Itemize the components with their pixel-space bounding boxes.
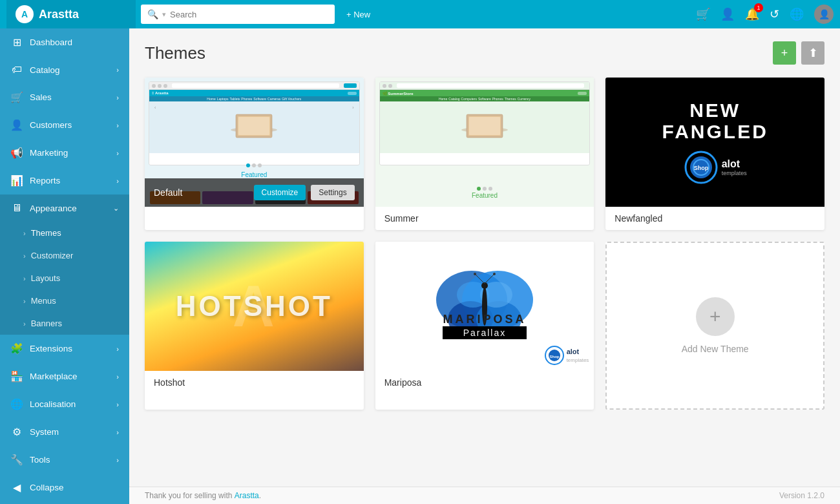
- default-theme-actions: Default Customize Settings: [145, 178, 364, 207]
- search-dropdown-icon[interactable]: ▾: [162, 10, 166, 19]
- sales-icon: 🛒: [10, 91, 23, 103]
- sidebar-label-sales: Sales: [30, 92, 52, 102]
- sidebar-item-system[interactable]: ⚙ System ›: [0, 418, 129, 446]
- appearance-arrow: ⌄: [113, 204, 119, 213]
- theme-image-newfangled: NEWFANGLED Shop: [605, 78, 824, 207]
- theme-image-default: ≡ Arastta HomeLaptopsTabletsPhonesSoftwa…: [145, 78, 364, 207]
- marketing-icon: 📢: [10, 147, 23, 159]
- reports-arrow: ›: [116, 177, 119, 185]
- sidebar-item-catalog[interactable]: 🏷 Catalog ›: [0, 56, 129, 83]
- content-header: Themes + ⬆: [145, 41, 824, 65]
- newfangled-theme-name: Newfangled: [614, 213, 662, 224]
- sidebar-label-marketplace: Marketplace: [30, 372, 78, 381]
- sidebar-label-system: System: [30, 427, 59, 437]
- catalog-arrow: ›: [116, 66, 119, 74]
- sidebar-item-sales[interactable]: 🛒 Sales ›: [0, 83, 129, 111]
- tools-arrow: ›: [116, 456, 119, 464]
- sidebar-item-marketing[interactable]: 📢 Marketing ›: [0, 139, 129, 167]
- catalog-icon: 🏷: [10, 64, 23, 76]
- theme-card-default: ≡ Arastta HomeLaptopsTabletsPhonesSoftwa…: [145, 78, 364, 230]
- sidebar-item-collapse[interactable]: ◀ Collapse: [0, 474, 129, 501]
- footer: Thank you for selling with Arastta. Vers…: [129, 487, 840, 504]
- localisation-icon: 🌐: [10, 398, 23, 410]
- sidebar-sub-label-menus: Menus: [31, 296, 56, 306]
- search-icon: 🔍: [147, 9, 158, 19]
- sidebar-sub-label-banners: Banners: [31, 319, 62, 328]
- layouts-sub-arrow: ›: [23, 275, 26, 282]
- summer-theme-footer: Summer: [375, 207, 594, 230]
- sidebar-sub-label-themes: Themes: [31, 228, 61, 238]
- mariposa-theme-footer: Mariposa: [375, 371, 594, 394]
- new-button[interactable]: + New: [340, 10, 377, 19]
- sidebar-sub-banners[interactable]: › Banners: [0, 312, 129, 335]
- sidebar-item-marketplace[interactable]: 🏪 Marketplace ›: [0, 362, 129, 390]
- customers-icon: 👤: [10, 119, 23, 131]
- topbar: A Arastta 🔍 ▾ + New 🛒 👤 🔔 1 ↺ 🌐 👤: [0, 0, 840, 28]
- sales-arrow: ›: [116, 94, 119, 101]
- sidebar-sub-themes[interactable]: › Themes: [0, 222, 129, 244]
- sidebar-sub-label-customizer: Customizer: [31, 251, 74, 260]
- sidebar-sub-menus[interactable]: › Menus: [0, 289, 129, 312]
- default-settings-button[interactable]: Settings: [311, 185, 354, 200]
- sidebar-sub-layouts[interactable]: › Layouts: [0, 267, 129, 289]
- extensions-arrow: ›: [116, 345, 119, 353]
- default-theme-overlay-name: Default: [154, 187, 249, 198]
- theme-image-hotshot: A HOTSHOT: [145, 242, 364, 371]
- sidebar-item-appearance[interactable]: 🖥 Appearance ⌄: [0, 194, 129, 222]
- banners-sub-arrow: ›: [23, 320, 26, 328]
- sidebar-label-catalog: Catalog: [30, 65, 60, 75]
- theme-card-mariposa: MARIPOSA Parallax Shop alottempla: [375, 242, 594, 410]
- sidebar-item-reports[interactable]: 📊 Reports ›: [0, 167, 129, 194]
- notification-badge: 1: [754, 3, 763, 12]
- footer-link[interactable]: Arastta: [235, 491, 259, 500]
- sidebar-item-customers[interactable]: 👤 Customers ›: [0, 111, 129, 139]
- cart-icon[interactable]: 🛒: [696, 7, 710, 21]
- reports-icon: 📊: [10, 174, 23, 187]
- sidebar-item-localisation[interactable]: 🌐 Localisation ›: [0, 390, 129, 418]
- newfangled-theme-footer: Newfangled: [605, 207, 824, 230]
- upload-button[interactable]: ⬆: [801, 41, 824, 65]
- customers-arrow: ›: [116, 121, 119, 129]
- sidebar-item-tools[interactable]: 🔧 Tools ›: [0, 446, 129, 474]
- sidebar-label-customers: Customers: [30, 120, 72, 130]
- system-icon: ⚙: [10, 426, 23, 438]
- theme-image-mariposa: MARIPOSA Parallax Shop alottempla: [375, 242, 594, 371]
- system-arrow: ›: [116, 428, 119, 436]
- main-layout: ⊞ Dashboard 🏷 Catalog › 🛒 Sales › 👤 Cust…: [0, 28, 840, 504]
- sidebar-label-dashboard: Dashboard: [30, 37, 72, 47]
- refresh-icon[interactable]: ↺: [770, 7, 779, 21]
- default-customize-button[interactable]: Customize: [254, 185, 306, 200]
- app-logo[interactable]: A Arastta: [6, 0, 136, 28]
- mariposa-theme-name: Mariposa: [384, 377, 422, 388]
- collapse-icon: ◀: [10, 481, 23, 494]
- svg-point-23: [493, 273, 496, 275]
- notification-icon[interactable]: 🔔 1: [745, 7, 759, 21]
- sidebar: ⊞ Dashboard 🏷 Catalog › 🛒 Sales › 👤 Cust…: [0, 28, 129, 504]
- marketplace-icon: 🏪: [10, 370, 23, 383]
- search-bar: 🔍 ▾: [141, 5, 335, 24]
- svg-text:Shop: Shop: [693, 165, 708, 171]
- svg-text:Shop: Shop: [549, 355, 559, 359]
- add-theme-card[interactable]: + Add New Theme: [605, 242, 824, 410]
- add-theme-label: Add New Theme: [682, 344, 749, 354]
- hotshot-theme-footer: Hotshot: [145, 371, 364, 394]
- hotshot-theme-name: Hotshot: [154, 377, 185, 388]
- sidebar-item-extensions[interactable]: 🧩 Extensions ›: [0, 335, 129, 362]
- tools-icon: 🔧: [10, 454, 23, 466]
- globe-icon[interactable]: 🌐: [790, 7, 804, 21]
- appearance-icon: 🖥: [10, 202, 23, 214]
- sidebar-item-dashboard[interactable]: ⊞ Dashboard: [0, 28, 129, 56]
- avatar[interactable]: 👤: [814, 5, 834, 24]
- marketing-arrow: ›: [116, 149, 119, 157]
- search-input[interactable]: [170, 10, 299, 19]
- sidebar-label-collapse: Collapse: [30, 483, 64, 492]
- theme-image-summer: 🌿 SummerStore HomeCatalogComputersSoftwa…: [375, 78, 594, 207]
- localisation-arrow: ›: [116, 401, 119, 408]
- sidebar-label-appearance: Appearance: [30, 204, 77, 213]
- topbar-right: 🛒 👤 🔔 1 ↺ 🌐 👤: [696, 5, 834, 24]
- app-name: Arastta: [39, 8, 79, 21]
- sidebar-sub-customizer[interactable]: › Customizer: [0, 244, 129, 267]
- add-theme-button[interactable]: +: [773, 41, 796, 65]
- user-icon[interactable]: 👤: [720, 7, 735, 21]
- footer-text: Thank you for selling with: [145, 491, 232, 500]
